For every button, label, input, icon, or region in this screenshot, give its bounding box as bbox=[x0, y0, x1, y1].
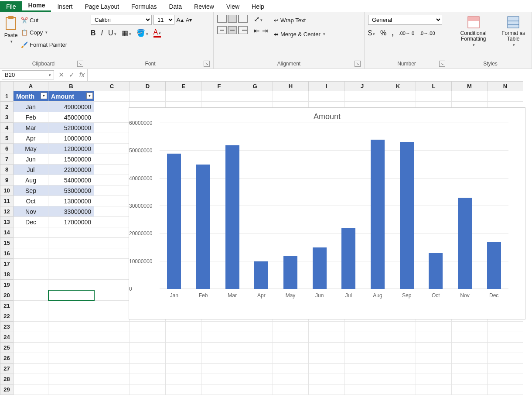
embedded-chart[interactable]: Amount 010000000200000003000000040000000… bbox=[129, 107, 525, 319]
cell-B15[interactable] bbox=[48, 238, 94, 248]
cell-A22[interactable] bbox=[14, 311, 48, 322]
copy-button[interactable]: 📋 Copy ▾ bbox=[21, 27, 67, 38]
row-header-27[interactable]: 27 bbox=[0, 364, 14, 374]
tab-formulas[interactable]: Formulas bbox=[125, 1, 163, 12]
cell-B3[interactable]: 45000000 bbox=[48, 112, 94, 123]
cell-J23[interactable] bbox=[344, 322, 380, 332]
cell-A7[interactable]: Jun bbox=[14, 154, 48, 165]
cell-F24[interactable] bbox=[201, 332, 237, 343]
row-header-20[interactable]: 20 bbox=[0, 290, 14, 301]
chart-bar-Dec[interactable] bbox=[487, 242, 501, 289]
column-header-K[interactable]: K bbox=[380, 82, 416, 91]
align-left-button[interactable] bbox=[217, 26, 227, 34]
dialog-launcher-icon[interactable]: ↘ bbox=[355, 61, 361, 67]
cell-M25[interactable] bbox=[452, 343, 488, 353]
row-header-13[interactable]: 13 bbox=[0, 217, 14, 227]
cell-B11[interactable]: 13000000 bbox=[48, 196, 94, 206]
cell-J24[interactable] bbox=[344, 332, 380, 343]
cell-C25[interactable] bbox=[94, 343, 130, 353]
cell-A28[interactable] bbox=[14, 374, 48, 384]
chart-bar-Jul[interactable] bbox=[341, 228, 355, 289]
cell-B6[interactable]: 12000000 bbox=[48, 144, 94, 154]
cell-B16[interactable] bbox=[48, 248, 94, 259]
row-header-15[interactable]: 15 bbox=[0, 238, 14, 248]
row-header-21[interactable]: 21 bbox=[0, 301, 14, 311]
cell-L27[interactable] bbox=[416, 364, 452, 374]
worksheet[interactable]: ABCDEFGHIJKLMN1Month▼Amount▼2Jan49000000… bbox=[0, 81, 532, 395]
cell-A2[interactable]: Jan bbox=[14, 102, 48, 112]
row-header-22[interactable]: 22 bbox=[0, 311, 14, 322]
tab-file[interactable]: File bbox=[0, 1, 22, 12]
cell-D26[interactable] bbox=[130, 353, 166, 364]
cell-G24[interactable] bbox=[237, 332, 273, 343]
cell-C12[interactable] bbox=[94, 206, 130, 217]
cell-A4[interactable]: Mar bbox=[14, 123, 48, 133]
row-header-23[interactable]: 23 bbox=[0, 322, 14, 332]
cell-A13[interactable]: Dec bbox=[14, 217, 48, 227]
row-header-7[interactable]: 7 bbox=[0, 154, 14, 165]
cell-E27[interactable] bbox=[166, 364, 201, 374]
cell-C29[interactable] bbox=[94, 384, 130, 395]
cell-A5[interactable]: Apr bbox=[14, 133, 48, 144]
increase-indent-button[interactable]: ⇥ bbox=[262, 27, 268, 35]
chart-bar-Mar[interactable] bbox=[225, 145, 239, 289]
cell-A3[interactable]: Feb bbox=[14, 112, 48, 123]
decrease-decimal-button[interactable]: .0→.00 bbox=[419, 31, 435, 36]
chart-bar-May[interactable] bbox=[283, 256, 297, 289]
cell-C20[interactable] bbox=[94, 290, 130, 301]
row-header-2[interactable]: 2 bbox=[0, 102, 14, 112]
cell-A18[interactable] bbox=[14, 269, 48, 280]
format-painter-button[interactable]: 🖌️ Format Painter bbox=[21, 39, 67, 50]
row-header-17[interactable]: 17 bbox=[0, 259, 14, 269]
cell-G26[interactable] bbox=[237, 353, 273, 364]
cell-G29[interactable] bbox=[237, 384, 273, 395]
enter-formula-button[interactable]: ✓ bbox=[66, 71, 77, 79]
cell-L26[interactable] bbox=[416, 353, 452, 364]
cell-G1[interactable] bbox=[237, 91, 273, 102]
cell-A8[interactable]: Jul bbox=[14, 165, 48, 175]
cell-C17[interactable] bbox=[94, 259, 130, 269]
row-header-25[interactable]: 25 bbox=[0, 343, 14, 353]
column-header-D[interactable]: D bbox=[130, 82, 166, 91]
cell-L25[interactable] bbox=[416, 343, 452, 353]
orientation-button[interactable]: ⤢▾ bbox=[254, 15, 263, 23]
row-header-5[interactable]: 5 bbox=[0, 133, 14, 144]
cell-H29[interactable] bbox=[273, 384, 309, 395]
tab-insert[interactable]: Insert bbox=[51, 1, 78, 12]
column-header-J[interactable]: J bbox=[344, 82, 380, 91]
cell-L1[interactable] bbox=[416, 91, 452, 102]
formula-input[interactable] bbox=[87, 69, 532, 81]
column-header-N[interactable]: N bbox=[488, 82, 523, 91]
cell-A19[interactable] bbox=[14, 280, 48, 290]
cell-L23[interactable] bbox=[416, 322, 452, 332]
column-header-B[interactable]: B bbox=[48, 82, 94, 91]
dialog-launcher-icon[interactable]: ↘ bbox=[204, 61, 210, 67]
cell-A17[interactable] bbox=[14, 259, 48, 269]
cell-M1[interactable] bbox=[452, 91, 488, 102]
cell-A16[interactable] bbox=[14, 248, 48, 259]
cell-B10[interactable]: 53000000 bbox=[48, 185, 94, 196]
column-header-L[interactable]: L bbox=[416, 82, 452, 91]
cell-C3[interactable] bbox=[94, 112, 130, 123]
row-header-6[interactable]: 6 bbox=[0, 144, 14, 154]
cell-K23[interactable] bbox=[380, 322, 416, 332]
cell-B1[interactable]: Amount▼ bbox=[48, 91, 94, 102]
dialog-launcher-icon[interactable]: ↘ bbox=[77, 61, 83, 67]
font-name-select[interactable]: Calibri bbox=[91, 15, 152, 25]
font-size-select[interactable]: 11 bbox=[153, 15, 174, 25]
row-header-11[interactable]: 11 bbox=[0, 196, 14, 206]
cell-M28[interactable] bbox=[452, 374, 488, 384]
decrease-font-icon[interactable]: A▾ bbox=[186, 17, 192, 23]
cell-I1[interactable] bbox=[309, 91, 344, 102]
cell-A11[interactable]: Oct bbox=[14, 196, 48, 206]
cell-N24[interactable] bbox=[488, 332, 523, 343]
cell-J25[interactable] bbox=[344, 343, 380, 353]
cell-F25[interactable] bbox=[201, 343, 237, 353]
cell-G25[interactable] bbox=[237, 343, 273, 353]
chart-bar-Jan[interactable] bbox=[167, 154, 181, 289]
cell-C24[interactable] bbox=[94, 332, 130, 343]
cell-C26[interactable] bbox=[94, 353, 130, 364]
currency-button[interactable]: $▾ bbox=[368, 29, 375, 37]
fx-icon[interactable]: fx bbox=[77, 71, 87, 79]
chart-bar-Apr[interactable] bbox=[254, 261, 268, 289]
